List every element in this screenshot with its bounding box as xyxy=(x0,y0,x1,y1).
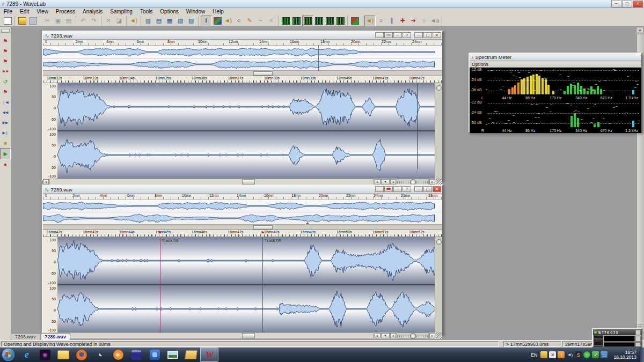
menu-edit[interactable]: Edit xyxy=(16,9,33,14)
resize-grip[interactable] xyxy=(436,333,442,339)
help-button[interactable]: ? xyxy=(402,186,411,192)
sidebar-skip-start-icon[interactable]: ❘◀ xyxy=(1,97,10,107)
drag-handle[interactable] xyxy=(1,29,10,33)
taskbar-internet-explorer-icon[interactable]: e xyxy=(18,348,36,362)
toolbar-zoom-key-icon[interactable]: ○ xyxy=(376,16,386,26)
menu-analysis[interactable]: Analysis xyxy=(79,9,106,14)
minimize-button[interactable]: ─ xyxy=(414,32,423,38)
app-maximize-button[interactable]: ▢ xyxy=(622,1,632,8)
toolbar-ibeam-select-icon[interactable]: I xyxy=(201,16,212,26)
zoom-preset-dropdown[interactable]: ▼ xyxy=(381,333,390,338)
menu-file[interactable]: File xyxy=(0,9,16,14)
toolbar-redo-icon[interactable]: ↷ xyxy=(89,16,99,26)
sidebar-marker-drop-play-icon[interactable]: ⚑ xyxy=(1,36,10,46)
effects-menu-button[interactable] xyxy=(635,330,641,335)
hscroll-thumb[interactable] xyxy=(242,333,255,338)
toolbar-meter-level-icon[interactable] xyxy=(281,16,291,26)
toolbar-meter-fft-icon[interactable] xyxy=(302,16,313,26)
taskbar-photo-viewer-icon[interactable] xyxy=(164,348,182,362)
sidebar-play-icon[interactable]: ▶ xyxy=(0,148,11,159)
sidebar-marker-drop-end-icon[interactable]: ⚑ xyxy=(1,56,10,67)
spectrum-options-menu[interactable]: Options xyxy=(470,61,641,68)
hscroll-left-icon[interactable]: ◂ xyxy=(43,179,49,184)
menu-sampling[interactable]: Sampling xyxy=(106,9,136,14)
toolbar-save-icon[interactable] xyxy=(28,16,38,26)
effect-option-button[interactable] xyxy=(635,342,641,348)
channel-left[interactable] xyxy=(57,83,436,130)
toolbar-marker-palette-icon[interactable] xyxy=(213,16,223,26)
toolbar-paste-icon[interactable]: ▤ xyxy=(64,16,74,26)
tray-security-check-icon[interactable]: ✓ xyxy=(592,351,599,358)
effects-titlebar[interactable]: Effects xyxy=(593,329,641,335)
sidebar-skip-end-icon[interactable]: ▶❘ xyxy=(1,128,10,138)
marker-flag-icon[interactable]: ⚑ xyxy=(261,231,265,235)
vertical-zoom-strip[interactable] xyxy=(435,83,442,179)
taskbar-clock[interactable]: 16:57 16.10.2013 xyxy=(613,350,636,360)
toolbar-tile-horizontal-icon[interactable]: ▤ xyxy=(154,16,164,26)
taskbar-media-center-icon[interactable]: ▶ xyxy=(109,348,127,362)
toolbar-pause-playback-icon[interactable]: ∥ xyxy=(387,16,397,26)
toolbar-meter-pan-icon[interactable] xyxy=(335,16,346,26)
toolbar-wave-large-icon[interactable]: ≈ xyxy=(266,16,276,26)
scrollbar-grip[interactable] xyxy=(638,324,642,328)
toolbar-marker-pair-icon[interactable]: ✚ xyxy=(398,16,408,26)
menu-options[interactable]: Options xyxy=(156,9,182,14)
menu-tools[interactable]: Tools xyxy=(136,9,156,14)
tray-volume-icon[interactable]: ◄) xyxy=(566,351,573,358)
effect-chip-top[interactable] xyxy=(594,342,603,345)
taskbar-file-manager-icon[interactable] xyxy=(182,348,200,362)
toolbar-new-file-icon[interactable] xyxy=(3,16,13,26)
restore-button[interactable]: ▢ xyxy=(423,186,432,192)
toolbar-record-forward-icon[interactable]: ➜ xyxy=(408,16,419,26)
document-tab-7293-wav[interactable]: 7293.wav xyxy=(11,333,40,340)
menu-window[interactable]: Window xyxy=(182,9,209,14)
tray-network-icon[interactable]: ▭ xyxy=(601,351,608,358)
show-desktop-button[interactable] xyxy=(640,348,644,362)
close-button[interactable]: ✕ xyxy=(433,32,441,38)
sidebar-markers-pair-icon[interactable]: ⚑⚑ xyxy=(1,67,10,77)
language-indicator[interactable]: EN xyxy=(531,352,538,358)
sidebar-rewind-icon[interactable]: ◀◀ xyxy=(1,107,10,117)
sidebar-stop-icon[interactable]: ■ xyxy=(1,138,10,148)
toolbar-meter-spectrum-icon[interactable] xyxy=(291,16,302,26)
tray-padlock-icon[interactable] xyxy=(540,351,547,358)
minimize-button[interactable]: ─ xyxy=(414,186,423,192)
sidebar-fast-forward-icon[interactable]: ▶▶ xyxy=(1,117,10,128)
toolbar-play-speaker-icon[interactable]: ◄) xyxy=(129,16,139,26)
restore-button[interactable]: ▢ xyxy=(423,32,432,38)
zoom-slider-knob[interactable] xyxy=(410,333,416,339)
taskbar-media-player-icon[interactable]: ◉ xyxy=(36,348,54,362)
toolbar-meter-phase-icon[interactable] xyxy=(314,16,324,26)
toolbar-cascade-windows-icon[interactable]: ▥ xyxy=(143,16,153,26)
channel-right[interactable] xyxy=(57,131,436,179)
taskbar-firefox-icon[interactable] xyxy=(72,348,91,362)
record-button[interactable] xyxy=(384,186,393,192)
overview-scrollbar-thumb[interactable] xyxy=(253,71,273,76)
hscroll-right-icon[interactable]: ▸ xyxy=(375,179,380,184)
sidebar-loop-region-icon[interactable]: ↺ xyxy=(1,77,10,87)
toolbar-meter-bit-icon[interactable] xyxy=(325,16,335,26)
menu-process[interactable]: Process xyxy=(52,9,79,14)
app-minimize-button[interactable]: ─ xyxy=(611,1,621,8)
hscroll-right-icon[interactable]: ▸ xyxy=(375,333,380,338)
toolbar-workspace-layout-icon[interactable]: ▨ xyxy=(186,16,196,26)
effect-name-field[interactable] xyxy=(604,342,635,348)
minus-button[interactable]: ─ xyxy=(393,186,402,192)
close-button[interactable]: ✕ xyxy=(433,186,441,192)
taskbar-backup-disk-icon[interactable] xyxy=(127,348,145,362)
start-button[interactable] xyxy=(2,349,14,361)
taskbar-windows-explorer-icon[interactable] xyxy=(54,348,72,362)
toolbar-undo-icon[interactable]: ↶ xyxy=(78,16,89,26)
taskbar-blue-app-icon[interactable] xyxy=(145,348,164,362)
scroll-up-icon[interactable]: ▲ xyxy=(636,27,644,33)
overview-scrollbar[interactable] xyxy=(43,225,442,230)
taskbar-wavelab-icon[interactable]: W xyxy=(200,348,218,362)
vertical-zoom-strip[interactable] xyxy=(435,237,442,333)
effect-name-field[interactable] xyxy=(604,336,635,342)
toolbar-delete-icon[interactable]: ✕ xyxy=(104,16,114,26)
toolbar-erase-icon[interactable]: ◪ xyxy=(114,16,125,26)
wave-window-titlebar[interactable]: ∿7289.wav─?─▢✕ xyxy=(43,186,442,194)
vertical-zoom-knob[interactable] xyxy=(436,85,442,91)
taskbar-satellite-tool-icon[interactable]: ◖ xyxy=(91,348,109,362)
effect-option-button[interactable] xyxy=(635,336,641,342)
